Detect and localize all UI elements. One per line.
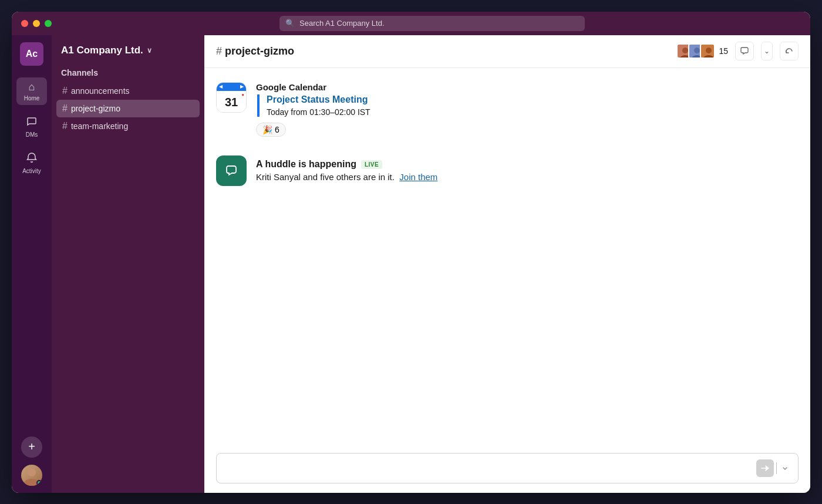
members-cluster[interactable]: 15 <box>676 43 728 59</box>
header-chevron-button[interactable]: ⌄ <box>761 42 773 60</box>
home-icon: ⌂ <box>29 81 35 93</box>
nav-item-dms[interactable]: DMs <box>16 112 47 141</box>
huddle-icon <box>216 155 247 186</box>
send-divider <box>776 462 777 474</box>
hash-icon: # <box>62 121 68 131</box>
nav-item-home[interactable]: ⌂ Home <box>16 77 47 105</box>
chat-header: # project-gizmo <box>204 35 810 68</box>
titlebar: 🔍 Search A1 Company Ltd. <box>12 12 810 35</box>
hash-icon: # <box>62 86 68 96</box>
channel-title: # project-gizmo <box>216 45 669 57</box>
traffic-lights <box>21 20 52 27</box>
maximize-button[interactable] <box>45 20 52 27</box>
huddle-content: A huddle is happening LIVE Kriti Sanyal … <box>256 159 437 182</box>
channels-section: Channels # announcements # project-gizmo… <box>52 66 204 135</box>
calendar-event-title[interactable]: Project Status Meeting <box>267 94 370 105</box>
hash-icon: # <box>62 103 68 114</box>
message-input[interactable] <box>224 463 756 473</box>
huddle-button[interactable] <box>735 42 754 60</box>
dms-icon <box>26 116 38 130</box>
reaction-button[interactable]: 🎉 6 <box>256 123 286 137</box>
plus-icon: + <box>28 440 35 454</box>
nav-label-activity: Activity <box>22 168 41 174</box>
nav-label-dms: DMs <box>26 131 38 138</box>
svg-point-6 <box>694 48 700 53</box>
send-chevron-button[interactable] <box>779 462 791 474</box>
sidebar: A1 Company Ltd. ∨ Channels # announcemen… <box>52 35 204 493</box>
svg-point-9 <box>706 48 712 53</box>
icon-rail: Ac ⌂ Home DMs <box>12 35 52 493</box>
google-calendar-icon: ◀ ▶ 31 ● <box>216 82 247 113</box>
workspace-chevron-icon: ∨ <box>147 46 152 55</box>
search-icon: 🔍 <box>285 19 295 28</box>
calendar-sender: Google Calendar <box>256 82 370 92</box>
messages-area: ◀ ▶ 31 ● Google Calendar Project <box>204 68 810 446</box>
user-avatar[interactable] <box>21 465 42 486</box>
channel-hash-symbol: # <box>216 45 225 57</box>
chat-area: # project-gizmo <box>204 35 810 493</box>
live-badge: LIVE <box>361 160 382 169</box>
huddle-title-row: A huddle is happening LIVE <box>256 159 437 170</box>
channel-item-announcements[interactable]: # announcements <box>56 82 200 100</box>
nav-item-activity[interactable]: Activity <box>16 148 47 178</box>
channel-item-team-marketing[interactable]: # team-marketing <box>56 117 200 135</box>
calendar-message: ◀ ▶ 31 ● Google Calendar Project <box>216 82 799 137</box>
calendar-event-time: Today from 01:30–02:00 IST <box>267 107 370 117</box>
reaction-emoji: 🎉 <box>262 125 272 134</box>
search-placeholder: Search A1 Company Ltd. <box>299 19 385 28</box>
huddle-title: A huddle is happening <box>256 159 356 170</box>
activity-bell-icon <box>26 152 38 166</box>
join-link[interactable]: Join them <box>399 172 437 182</box>
reaction-count: 6 <box>275 125 279 134</box>
main-layout: Ac ⌂ Home DMs <box>12 35 810 493</box>
channels-header: Channels <box>56 66 200 82</box>
send-button[interactable] <box>756 459 774 477</box>
message-input-area <box>204 446 810 493</box>
chevron-down-icon: ⌄ <box>764 47 770 55</box>
reaction-row: 🎉 6 <box>256 123 370 137</box>
member-avatar-3 <box>700 43 715 59</box>
search-bar[interactable]: 🔍 Search A1 Company Ltd. <box>279 16 585 31</box>
online-status-dot <box>36 480 42 486</box>
huddle-description: Kriti Sanyal and five others are in it. … <box>256 172 437 182</box>
calendar-event-card: Project Status Meeting Today from 01:30–… <box>257 94 370 117</box>
huddle-message: A huddle is happening LIVE Kriti Sanyal … <box>216 155 799 186</box>
channel-item-project-gizmo[interactable]: # project-gizmo <box>56 100 200 117</box>
close-button[interactable] <box>21 20 28 27</box>
refresh-button[interactable] <box>780 42 799 60</box>
member-avatars <box>676 43 715 59</box>
add-button[interactable]: + <box>21 437 42 458</box>
message-input-box <box>216 453 799 483</box>
svg-point-0 <box>28 468 36 476</box>
member-count: 15 <box>719 46 728 56</box>
nav-label-home: Home <box>24 95 40 102</box>
workspace-avatar[interactable]: Ac <box>20 42 43 66</box>
svg-point-3 <box>682 48 688 53</box>
calendar-content: Google Calendar Project Status Meeting T… <box>256 82 370 137</box>
workspace-title[interactable]: A1 Company Ltd. ∨ <box>52 45 204 66</box>
minimize-button[interactable] <box>33 20 40 27</box>
